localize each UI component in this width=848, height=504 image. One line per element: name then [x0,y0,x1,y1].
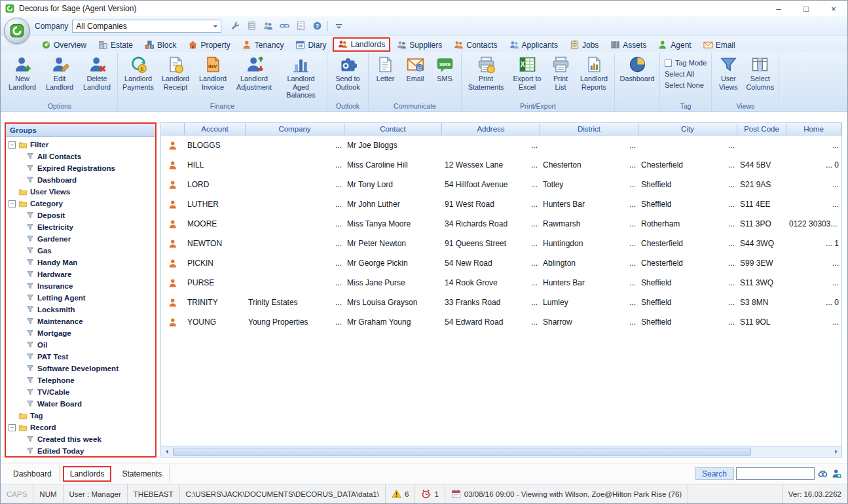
tree-item-hardware[interactable]: Hardware [6,268,155,280]
collapse-toggle-icon[interactable]: − [9,424,16,431]
tree-item-insurance[interactable]: Insurance [6,280,155,292]
user-search-icon[interactable] [830,468,842,480]
export-to-excel-button[interactable]: XExport to Excel [509,54,545,92]
ribbon-tab-contacts[interactable]: Contacts [449,39,502,52]
column-header-company[interactable]: Company [246,123,344,135]
landlord-payments-button[interactable]: £Landlord Payments [120,54,157,92]
column-header-district[interactable]: District [540,123,638,135]
table-row-lord[interactable]: LORD...Mr Tony Lord54 Hillfoot Avenue...… [161,175,841,194]
binoculars-icon[interactable] [817,468,828,480]
send-to-outlook-button[interactable]: Send to Outlook [329,54,366,92]
ribbon-tab-jobs[interactable]: Jobs [564,39,604,52]
tree-item-gardener[interactable]: Gardener [6,233,155,245]
ribbon-collapse-icon[interactable] [333,20,344,32]
tree-folder-user-views[interactable]: User Views [6,186,155,198]
column-header-home[interactable]: Home [786,123,841,135]
letter-button[interactable]: Letter [371,54,400,84]
table-row-trinity[interactable]: TRINITYTrinity Estates...Mrs Louisa Gray… [161,293,841,312]
landlord-aged-balances-button[interactable]: Landlord Aged Balances [277,54,325,100]
company-select[interactable]: All Companies [72,20,221,33]
column-header-city[interactable]: City [638,123,737,135]
ribbon-tab-assets[interactable]: Assets [605,39,652,52]
warnings-indicator[interactable]: 6 [386,484,415,503]
ribbon-tab-tenancy[interactable]: Tenancy [237,39,289,52]
scroll-right-icon[interactable] [830,446,841,458]
column-header-address[interactable]: Address [442,123,540,135]
select-none-button[interactable]: Select None [665,81,707,89]
column-header-post-code[interactable]: Post Code [737,123,786,135]
tree-item-water-board[interactable]: Water Board [6,398,155,410]
search-input[interactable] [736,467,815,480]
tree-item-electricity[interactable]: Electricity [6,221,155,233]
wrench-icon[interactable] [229,20,241,32]
tree-item-telephone[interactable]: Telephone [6,374,155,386]
ribbon-tab-agent[interactable]: Agent [653,39,696,52]
link-icon[interactable] [278,20,290,32]
ribbon-tab-overview[interactable]: Overview [36,39,92,52]
tree-item-handy-man[interactable]: Handy Man [6,257,155,268]
app-menu-button[interactable] [4,18,30,44]
ribbon-tab-block[interactable]: Block [139,39,181,52]
bottom-tab-dashboard[interactable]: Dashboard [6,465,60,482]
select-columns-button[interactable]: Select Columns [743,54,777,92]
dashboard-button[interactable]: Dashboard [617,54,657,84]
email-button[interactable]: @Email [401,54,430,84]
checkbox[interactable] [665,60,672,67]
scrollbar-track[interactable] [172,446,830,457]
tree-item-all-contacts[interactable]: All Contacts [6,151,155,162]
alarms-indicator[interactable]: 1 [415,484,445,503]
ribbon-tab-applicants[interactable]: Applicants [504,39,563,52]
select-all-button[interactable]: Select All [665,70,707,78]
tree-item-software-development[interactable]: Software Development [6,363,155,374]
table-row-purse[interactable]: PURSE...Miss Jane Purse14 Rook Grove...H… [161,273,841,293]
collapse-toggle-icon[interactable]: − [9,200,16,207]
tree-item-created-this-week[interactable]: Created this week [6,433,155,445]
sms-button[interactable]: SMSSMS [430,54,459,84]
scrollbar-thumb[interactable] [173,448,751,456]
ribbon-tab-property[interactable]: Property [183,39,235,52]
tree-item-expired-registrations[interactable]: Expired Registrations [6,162,155,174]
ribbon-tab-diary[interactable]: 18Diary [290,39,331,52]
table-row-luther[interactable]: LUTHER...Mr John Luther91 West Road...Hu… [161,194,841,214]
tree-folder-tag[interactable]: Tag [6,410,155,422]
tree-item-tv-cable[interactable]: TV/Cable [6,386,155,398]
tree-folder-filter[interactable]: −Filter [6,139,155,151]
tree-item-maintenance[interactable]: Maintenance [6,315,155,327]
ribbon-tab-suppliers[interactable]: Suppliers [392,39,447,52]
tree-item-gas[interactable]: Gas [6,245,155,257]
bottom-tab-landlords[interactable]: Landlords [63,466,112,482]
ribbon-tab-landlords[interactable]: Landlords [333,37,390,52]
notes-icon[interactable] [295,20,306,32]
bottom-tab-statements[interactable]: Statements [115,465,170,482]
print-list-button[interactable]: Print List [546,54,575,92]
new-landlord-button[interactable]: New Landlord [4,54,41,92]
user-views-button[interactable]: User Views [714,54,743,92]
print-statements-button[interactable]: Print Statements [464,54,508,92]
tree-item-mortgage[interactable]: Mortgage [6,327,155,339]
column-header-account[interactable]: Account [185,123,246,135]
tree-item-dashboard[interactable]: Dashboard [6,174,155,186]
horizontal-scrollbar[interactable] [161,446,841,457]
landlord-adjustment-button[interactable]: Landlord Adjustment [232,54,276,92]
scroll-left-icon[interactable] [161,446,172,458]
tree-item-oil[interactable]: Oil [6,339,155,351]
tree-item-letting-agent[interactable]: Letting Agent [6,292,155,304]
table-row-young[interactable]: YOUNGYoung Properties...Mr Graham Young5… [161,312,841,332]
delete-landlord-button[interactable]: Delete Landlord [79,54,115,92]
table-row-bloggs[interactable]: BLOGGS...Mr Joe Bloggs............ [161,135,841,155]
landlord-reports-button[interactable]: Landlord Reports [576,54,612,92]
column-header-contact[interactable]: Contact [344,123,442,135]
close-button[interactable]: × [820,1,847,16]
table-row-moore[interactable]: MOORE...Miss Tanya Moore34 Richards Road… [161,214,841,234]
collapse-toggle-icon[interactable]: − [9,141,16,149]
team-icon[interactable] [262,20,274,32]
dropdown-arrow-icon[interactable] [210,21,221,31]
calculator-icon[interactable] [246,20,257,32]
tree-item-locksmith[interactable]: Locksmith [6,304,155,315]
table-row-pickin[interactable]: PICKIN...Mr George Pickin54 New Road...A… [161,253,841,273]
help-icon[interactable]: ? [311,20,323,32]
ribbon-tab-estate[interactable]: Estate [93,39,138,52]
maximize-button[interactable]: □ [792,1,820,16]
landlord-invoice-button[interactable]: INVLandlord Invoice [194,54,231,92]
edit-landlord-button[interactable]: Edit Landlord [41,54,78,92]
